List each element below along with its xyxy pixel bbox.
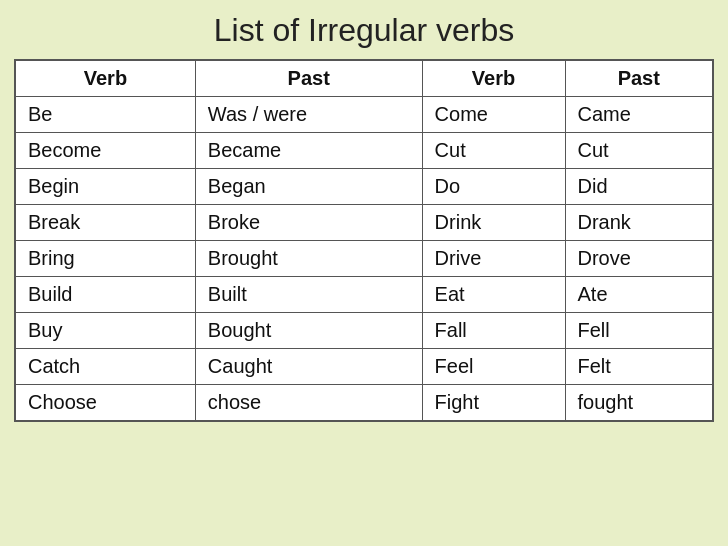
cell-r7-c0: Catch	[15, 349, 195, 385]
table-wrapper: Verb Past Verb Past BeWas / wereComeCame…	[14, 59, 714, 422]
table-row: BringBroughtDriveDrove	[15, 241, 713, 277]
cell-r6-c3: Fell	[565, 313, 713, 349]
table-row: ChoosechoseFightfought	[15, 385, 713, 422]
cell-r6-c1: Bought	[195, 313, 422, 349]
cell-r8-c0: Choose	[15, 385, 195, 422]
cell-r0-c2: Come	[422, 97, 565, 133]
cell-r7-c3: Felt	[565, 349, 713, 385]
table-row: BuildBuiltEatAte	[15, 277, 713, 313]
cell-r1-c2: Cut	[422, 133, 565, 169]
table-row: BeWas / wereComeCame	[15, 97, 713, 133]
cell-r1-c3: Cut	[565, 133, 713, 169]
cell-r4-c3: Drove	[565, 241, 713, 277]
table-row: CatchCaughtFeelFelt	[15, 349, 713, 385]
table-row: BreakBrokeDrinkDrank	[15, 205, 713, 241]
cell-r8-c3: fought	[565, 385, 713, 422]
irregular-verbs-table: Verb Past Verb Past BeWas / wereComeCame…	[14, 59, 714, 422]
cell-r7-c1: Caught	[195, 349, 422, 385]
cell-r5-c0: Build	[15, 277, 195, 313]
table-row: BeginBeganDoDid	[15, 169, 713, 205]
cell-r3-c0: Break	[15, 205, 195, 241]
cell-r4-c0: Bring	[15, 241, 195, 277]
cell-r2-c3: Did	[565, 169, 713, 205]
cell-r3-c3: Drank	[565, 205, 713, 241]
table-header-row: Verb Past Verb Past	[15, 60, 713, 97]
cell-r2-c2: Do	[422, 169, 565, 205]
cell-r8-c1: chose	[195, 385, 422, 422]
col-header-past2: Past	[565, 60, 713, 97]
col-header-verb1: Verb	[15, 60, 195, 97]
cell-r1-c1: Became	[195, 133, 422, 169]
cell-r2-c1: Began	[195, 169, 422, 205]
col-header-verb2: Verb	[422, 60, 565, 97]
cell-r8-c2: Fight	[422, 385, 565, 422]
table-row: BuyBoughtFallFell	[15, 313, 713, 349]
cell-r7-c2: Feel	[422, 349, 565, 385]
cell-r0-c0: Be	[15, 97, 195, 133]
cell-r0-c3: Came	[565, 97, 713, 133]
cell-r6-c2: Fall	[422, 313, 565, 349]
cell-r3-c2: Drink	[422, 205, 565, 241]
cell-r2-c0: Begin	[15, 169, 195, 205]
cell-r3-c1: Broke	[195, 205, 422, 241]
cell-r5-c1: Built	[195, 277, 422, 313]
page-title: List of Irregular verbs	[214, 12, 515, 49]
col-header-past1: Past	[195, 60, 422, 97]
cell-r6-c0: Buy	[15, 313, 195, 349]
cell-r5-c2: Eat	[422, 277, 565, 313]
table-row: BecomeBecameCutCut	[15, 133, 713, 169]
cell-r4-c1: Brought	[195, 241, 422, 277]
cell-r4-c2: Drive	[422, 241, 565, 277]
cell-r5-c3: Ate	[565, 277, 713, 313]
cell-r0-c1: Was / were	[195, 97, 422, 133]
cell-r1-c0: Become	[15, 133, 195, 169]
